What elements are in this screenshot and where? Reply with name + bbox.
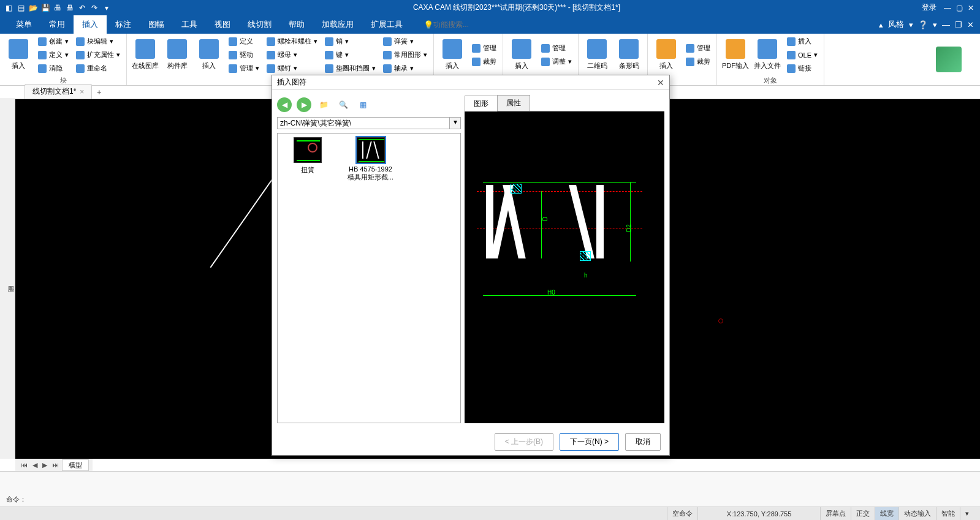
path-input[interactable] xyxy=(277,117,450,129)
function-search-input[interactable] xyxy=(433,20,495,29)
list-item-torsion-spring[interactable]: 扭簧 xyxy=(281,137,333,175)
menu-annotate[interactable]: 标注 xyxy=(107,15,140,34)
insert-button[interactable]: 插入 xyxy=(4,35,33,75)
nav-back-icon[interactable]: ◀ xyxy=(277,97,292,112)
create-button[interactable]: 创建▾ xyxy=(36,36,71,48)
lib-manage-button[interactable]: 管理▾ xyxy=(226,62,262,75)
crop3-button[interactable]: 裁剪 xyxy=(469,56,499,68)
common-shapes-button[interactable]: 常用图形▾ xyxy=(381,49,430,61)
hide-button[interactable]: 消隐 xyxy=(36,62,71,75)
restore-icon[interactable]: ❐ xyxy=(955,20,962,29)
adjust4-button[interactable]: 调整▾ xyxy=(539,56,574,68)
close2-icon[interactable]: ✕ xyxy=(967,20,974,29)
login-link[interactable]: 登录 xyxy=(922,2,936,13)
status-dyn-input[interactable]: 动态输入 xyxy=(898,507,936,520)
minimize2-icon[interactable]: — xyxy=(942,20,950,29)
close-icon[interactable]: ✕ xyxy=(968,4,974,12)
doc-tab-close-icon[interactable]: × xyxy=(80,88,84,96)
doc-tab-1[interactable]: 线切割文档1* × xyxy=(25,84,92,99)
next-tab-icon[interactable]: ▶ xyxy=(40,461,49,469)
style-caret-icon[interactable]: ▴ xyxy=(879,20,883,29)
command-input[interactable] xyxy=(29,495,974,504)
symbol-list[interactable]: 扭簧 HB 4575-1992 模具用矩形截... xyxy=(277,133,461,423)
add-tab-button[interactable]: + xyxy=(92,86,106,99)
link-button[interactable]: 链接 xyxy=(784,62,820,75)
qat-dropdown-icon[interactable]: ▾ xyxy=(102,3,112,13)
dialog-close-icon[interactable]: ✕ xyxy=(657,78,664,88)
barcode-button[interactable]: 条形码 xyxy=(614,35,644,75)
washer-button[interactable]: 垫圈和挡圈▾ xyxy=(322,62,378,75)
menu-sheet[interactable]: 图幅 xyxy=(140,15,173,34)
first-tab-icon[interactable]: ⏮ xyxy=(19,461,29,469)
preview-tab-attr[interactable]: 属性 xyxy=(497,95,530,111)
model-tab[interactable]: 模型 xyxy=(62,459,89,471)
define-button[interactable]: 定义▾ xyxy=(36,49,71,61)
menu-help[interactable]: 帮助 xyxy=(280,15,313,34)
nut-button[interactable]: 螺母▾ xyxy=(264,49,320,61)
view-mode-icon[interactable]: ▦ xyxy=(355,97,370,112)
lib-insert-button[interactable]: 插入 xyxy=(194,35,224,75)
status-dropdown-icon[interactable]: ▾ xyxy=(960,507,974,520)
cancel-button[interactable]: 取消 xyxy=(625,433,661,451)
insert5-button[interactable]: 插入 xyxy=(651,35,681,75)
status-screen-pt[interactable]: 屏幕点 xyxy=(820,507,851,520)
status-lineweight[interactable]: 线宽 xyxy=(875,507,898,520)
merge-file-button[interactable]: 并入文件 xyxy=(753,35,782,75)
print2-icon[interactable]: 🖶 xyxy=(65,3,75,13)
pin-button[interactable]: 销▾ xyxy=(322,36,378,48)
undo-icon[interactable]: ↶ xyxy=(77,3,87,13)
block-edit-button[interactable]: 块编辑▾ xyxy=(74,36,123,48)
menu-tools[interactable]: 工具 xyxy=(173,15,206,34)
next-page-button[interactable]: 下一页(N) > xyxy=(560,433,619,451)
print-icon[interactable]: 🖶 xyxy=(53,3,63,13)
extend-attr-button[interactable]: 扩充属性▾ xyxy=(74,49,123,61)
save-icon[interactable]: 💾 xyxy=(40,3,50,13)
status-smart[interactable]: 智能 xyxy=(936,507,960,520)
manage4-button[interactable]: 管理 xyxy=(539,42,574,55)
folder-up-icon[interactable]: 📁 xyxy=(316,97,331,112)
obj-insert-button[interactable]: 插入 xyxy=(784,36,820,48)
insert4-button[interactable]: 插入 xyxy=(507,35,536,75)
maximize-icon[interactable]: ▢ xyxy=(956,4,963,12)
qrcode-button[interactable]: 二维码 xyxy=(582,35,612,75)
status-ortho[interactable]: 正交 xyxy=(851,507,875,520)
spring-button[interactable]: 弹簧▾ xyxy=(381,36,430,48)
caret-down-icon[interactable]: ▾ xyxy=(933,20,937,29)
list-item-hb4575[interactable]: HB 4575-1992 模具用矩形截... xyxy=(344,137,397,182)
search-icon-dialog[interactable]: 🔍 xyxy=(336,97,351,112)
online-lib-button[interactable]: 在线图库 xyxy=(131,35,160,75)
last-tab-icon[interactable]: ⏭ xyxy=(50,461,61,469)
menu-insert[interactable]: 插入 xyxy=(74,15,107,34)
manage5-button[interactable]: 管理 xyxy=(683,42,713,55)
new-icon[interactable]: ▤ xyxy=(16,3,26,13)
component-lib-button[interactable]: 构件库 xyxy=(162,35,192,75)
prev-tab-icon[interactable]: ◀ xyxy=(31,461,39,469)
menu-ext-tools[interactable]: 扩展工具 xyxy=(362,15,411,34)
bolt-button[interactable]: 螺栓和螺柱▾ xyxy=(264,36,320,48)
rename-button[interactable]: 重命名 xyxy=(74,62,123,75)
key-button[interactable]: 键▾ xyxy=(322,49,378,61)
redo-icon[interactable]: ↷ xyxy=(89,3,99,13)
open-icon[interactable]: 📂 xyxy=(28,3,38,13)
menu-wirecut[interactable]: 线切割 xyxy=(239,15,280,34)
menu-view[interactable]: 视图 xyxy=(206,15,239,34)
insert3-button[interactable]: 插入 xyxy=(438,35,467,75)
ole-button[interactable]: OLE▾ xyxy=(784,49,820,61)
crop5-button[interactable]: 裁剪 xyxy=(683,56,713,68)
menu-file[interactable]: 菜单 xyxy=(7,15,40,34)
help-icon[interactable]: ❔ xyxy=(918,20,928,29)
menu-loadapp[interactable]: 加载应用 xyxy=(313,15,362,34)
menu-common[interactable]: 常用 xyxy=(40,15,74,34)
lib-define-button[interactable]: 定义 xyxy=(226,36,262,48)
pdf-out-button[interactable]: PDF输入 xyxy=(721,35,750,75)
style-menu[interactable]: 风格 xyxy=(888,19,904,30)
style-dropdown-icon[interactable]: ▾ xyxy=(909,20,913,29)
minimize-icon[interactable]: — xyxy=(944,4,951,12)
manage3-button[interactable]: 管理 xyxy=(469,42,499,55)
bearing-button[interactable]: 轴承▾ xyxy=(381,62,430,75)
lib-drive-button[interactable]: 驱动 xyxy=(226,49,262,61)
screw-button[interactable]: 螺钉▾ xyxy=(264,62,320,75)
nav-forward-icon[interactable]: ▶ xyxy=(297,97,311,112)
path-dropdown-icon[interactable]: ▾ xyxy=(450,117,461,129)
preview-tab-graphic[interactable]: 图形 xyxy=(465,96,498,111)
